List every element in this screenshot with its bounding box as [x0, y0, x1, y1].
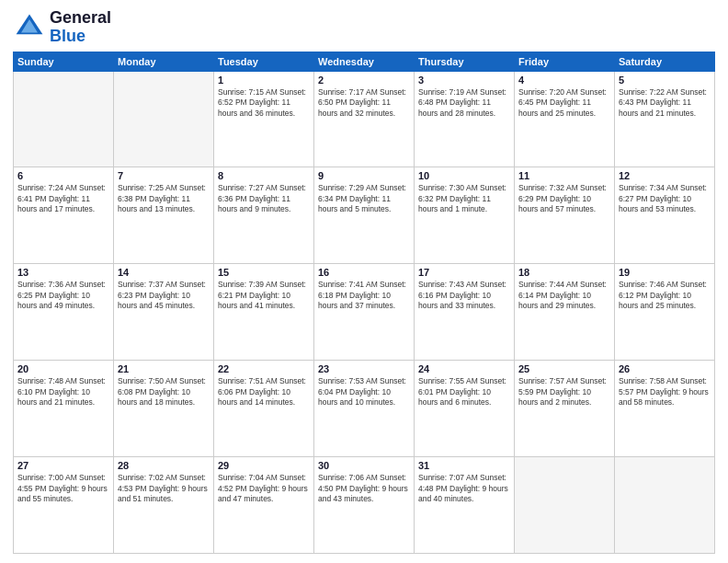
week-row-1: 6Sunrise: 7:24 AM Sunset: 6:41 PM Daylig…	[14, 167, 715, 264]
day-info: Sunrise: 7:15 AM Sunset: 6:52 PM Dayligh…	[218, 87, 310, 119]
day-number: 31	[418, 460, 510, 471]
calendar-cell: 16Sunrise: 7:41 AM Sunset: 6:18 PM Dayli…	[314, 264, 415, 361]
day-info: Sunrise: 7:51 AM Sunset: 6:06 PM Dayligh…	[218, 376, 310, 408]
day-info: Sunrise: 7:50 AM Sunset: 6:08 PM Dayligh…	[118, 376, 210, 408]
calendar-cell: 12Sunrise: 7:34 AM Sunset: 6:27 PM Dayli…	[615, 167, 715, 264]
week-row-0: 1Sunrise: 7:15 AM Sunset: 6:52 PM Daylig…	[14, 71, 715, 167]
calendar-cell: 8Sunrise: 7:27 AM Sunset: 6:36 PM Daylig…	[214, 167, 314, 264]
header: General Blue	[13, 9, 715, 46]
calendar-cell: 7Sunrise: 7:25 AM Sunset: 6:38 PM Daylig…	[114, 167, 214, 264]
calendar-cell: 28Sunrise: 7:02 AM Sunset: 4:53 PM Dayli…	[114, 457, 214, 554]
day-number: 14	[118, 267, 210, 278]
calendar-cell: 3Sunrise: 7:19 AM Sunset: 6:48 PM Daylig…	[415, 71, 515, 167]
calendar-cell: 21Sunrise: 7:50 AM Sunset: 6:08 PM Dayli…	[114, 361, 214, 457]
day-number: 5	[619, 75, 711, 86]
day-info: Sunrise: 7:19 AM Sunset: 6:48 PM Dayligh…	[418, 87, 510, 119]
day-number: 8	[218, 170, 310, 181]
week-row-3: 20Sunrise: 7:48 AM Sunset: 6:10 PM Dayli…	[14, 361, 715, 457]
week-row-2: 13Sunrise: 7:36 AM Sunset: 6:25 PM Dayli…	[14, 264, 715, 361]
weekday-header-friday: Friday	[515, 52, 615, 71]
calendar-cell: 20Sunrise: 7:48 AM Sunset: 6:10 PM Dayli…	[14, 361, 114, 457]
day-info: Sunrise: 7:58 AM Sunset: 5:57 PM Dayligh…	[619, 376, 711, 408]
day-number: 17	[418, 267, 510, 278]
day-info: Sunrise: 7:29 AM Sunset: 6:34 PM Dayligh…	[318, 183, 410, 214]
weekday-header-tuesday: Tuesday	[214, 52, 314, 71]
day-info: Sunrise: 7:17 AM Sunset: 6:50 PM Dayligh…	[318, 87, 410, 119]
logo-general: General Blue	[50, 9, 111, 46]
calendar-cell: 9Sunrise: 7:29 AM Sunset: 6:34 PM Daylig…	[314, 167, 415, 264]
day-info: Sunrise: 7:41 AM Sunset: 6:18 PM Dayligh…	[318, 280, 410, 311]
day-number: 4	[518, 75, 610, 86]
calendar-cell	[515, 457, 615, 554]
day-number: 16	[318, 267, 410, 278]
day-info: Sunrise: 7:46 AM Sunset: 6:12 PM Dayligh…	[619, 280, 711, 311]
day-info: Sunrise: 7:57 AM Sunset: 5:59 PM Dayligh…	[518, 376, 610, 408]
calendar-cell: 19Sunrise: 7:46 AM Sunset: 6:12 PM Dayli…	[615, 264, 715, 361]
calendar-cell: 2Sunrise: 7:17 AM Sunset: 6:50 PM Daylig…	[314, 71, 415, 167]
day-number: 7	[118, 170, 210, 181]
calendar-cell: 10Sunrise: 7:30 AM Sunset: 6:32 PM Dayli…	[415, 167, 515, 264]
calendar-cell: 11Sunrise: 7:32 AM Sunset: 6:29 PM Dayli…	[515, 167, 615, 264]
day-info: Sunrise: 7:04 AM Sunset: 4:52 PM Dayligh…	[218, 473, 310, 504]
page: General Blue SundayMondayTuesdayWednesda…	[0, 0, 728, 563]
day-number: 13	[17, 267, 109, 278]
calendar-cell: 18Sunrise: 7:44 AM Sunset: 6:14 PM Dayli…	[515, 264, 615, 361]
calendar-cell: 6Sunrise: 7:24 AM Sunset: 6:41 PM Daylig…	[14, 167, 114, 264]
day-number: 2	[318, 75, 410, 86]
calendar-cell: 22Sunrise: 7:51 AM Sunset: 6:06 PM Dayli…	[214, 361, 314, 457]
day-number: 12	[619, 170, 711, 181]
weekday-header-saturday: Saturday	[615, 52, 715, 71]
day-info: Sunrise: 7:32 AM Sunset: 6:29 PM Dayligh…	[518, 183, 610, 214]
day-info: Sunrise: 7:02 AM Sunset: 4:53 PM Dayligh…	[118, 473, 210, 504]
day-number: 22	[218, 363, 310, 374]
calendar-cell: 26Sunrise: 7:58 AM Sunset: 5:57 PM Dayli…	[615, 361, 715, 457]
logo: General Blue	[13, 9, 111, 46]
day-info: Sunrise: 7:20 AM Sunset: 6:45 PM Dayligh…	[518, 87, 610, 119]
calendar-cell: 14Sunrise: 7:37 AM Sunset: 6:23 PM Dayli…	[114, 264, 214, 361]
calendar-cell: 15Sunrise: 7:39 AM Sunset: 6:21 PM Dayli…	[214, 264, 314, 361]
day-info: Sunrise: 7:55 AM Sunset: 6:01 PM Dayligh…	[418, 376, 510, 408]
calendar-cell: 31Sunrise: 7:07 AM Sunset: 4:48 PM Dayli…	[415, 457, 515, 554]
weekday-header-row: SundayMondayTuesdayWednesdayThursdayFrid…	[14, 52, 715, 71]
day-number: 15	[218, 267, 310, 278]
calendar-cell: 1Sunrise: 7:15 AM Sunset: 6:52 PM Daylig…	[214, 71, 314, 167]
calendar-cell: 30Sunrise: 7:06 AM Sunset: 4:50 PM Dayli…	[314, 457, 415, 554]
day-number: 10	[418, 170, 510, 181]
day-info: Sunrise: 7:30 AM Sunset: 6:32 PM Dayligh…	[418, 183, 510, 214]
day-info: Sunrise: 7:43 AM Sunset: 6:16 PM Dayligh…	[418, 280, 510, 311]
day-info: Sunrise: 7:36 AM Sunset: 6:25 PM Dayligh…	[17, 280, 109, 311]
calendar-cell: 25Sunrise: 7:57 AM Sunset: 5:59 PM Dayli…	[515, 361, 615, 457]
day-number: 20	[17, 363, 109, 374]
day-number: 28	[118, 460, 210, 471]
day-info: Sunrise: 7:00 AM Sunset: 4:55 PM Dayligh…	[17, 473, 109, 504]
calendar-cell: 27Sunrise: 7:00 AM Sunset: 4:55 PM Dayli…	[14, 457, 114, 554]
calendar-cell: 13Sunrise: 7:36 AM Sunset: 6:25 PM Dayli…	[14, 264, 114, 361]
calendar-cell: 5Sunrise: 7:22 AM Sunset: 6:43 PM Daylig…	[615, 71, 715, 167]
calendar-cell: 17Sunrise: 7:43 AM Sunset: 6:16 PM Dayli…	[415, 264, 515, 361]
day-info: Sunrise: 7:48 AM Sunset: 6:10 PM Dayligh…	[17, 376, 109, 408]
calendar-cell	[114, 71, 214, 167]
day-info: Sunrise: 7:53 AM Sunset: 6:04 PM Dayligh…	[318, 376, 410, 408]
day-info: Sunrise: 7:07 AM Sunset: 4:48 PM Dayligh…	[418, 473, 510, 504]
day-info: Sunrise: 7:34 AM Sunset: 6:27 PM Dayligh…	[619, 183, 711, 214]
day-number: 6	[17, 170, 109, 181]
weekday-header-wednesday: Wednesday	[314, 52, 415, 71]
day-number: 24	[418, 363, 510, 374]
day-info: Sunrise: 7:44 AM Sunset: 6:14 PM Dayligh…	[518, 280, 610, 311]
day-info: Sunrise: 7:22 AM Sunset: 6:43 PM Dayligh…	[619, 87, 711, 119]
day-number: 26	[619, 363, 711, 374]
calendar-table: SundayMondayTuesdayWednesdayThursdayFrid…	[13, 52, 715, 554]
calendar-cell	[14, 71, 114, 167]
day-number: 19	[619, 267, 711, 278]
weekday-header-thursday: Thursday	[415, 52, 515, 71]
day-number: 3	[418, 75, 510, 86]
day-info: Sunrise: 7:25 AM Sunset: 6:38 PM Dayligh…	[118, 183, 210, 214]
day-number: 30	[318, 460, 410, 471]
weekday-header-sunday: Sunday	[14, 52, 114, 71]
day-info: Sunrise: 7:06 AM Sunset: 4:50 PM Dayligh…	[318, 473, 410, 504]
calendar-cell: 24Sunrise: 7:55 AM Sunset: 6:01 PM Dayli…	[415, 361, 515, 457]
day-number: 11	[518, 170, 610, 181]
day-number: 25	[518, 363, 610, 374]
day-info: Sunrise: 7:37 AM Sunset: 6:23 PM Dayligh…	[118, 280, 210, 311]
calendar-cell: 4Sunrise: 7:20 AM Sunset: 6:45 PM Daylig…	[515, 71, 615, 167]
